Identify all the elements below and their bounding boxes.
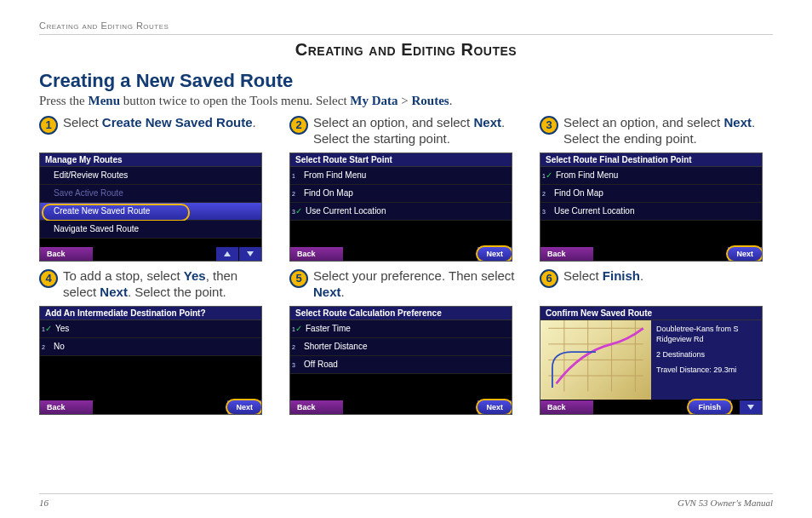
back-button[interactable]: Back — [40, 400, 93, 414]
next-button[interactable]: Next — [477, 247, 512, 261]
step-badge-4: 4 — [39, 269, 58, 288]
menu-item[interactable]: 2Shorter Distance — [290, 338, 512, 356]
screen4-title: Add An Intermediate Destination Point? — [40, 307, 261, 320]
menu-item[interactable]: Navigate Saved Route — [40, 221, 261, 239]
screen6-title: Confirm New Saved Route — [540, 307, 762, 320]
step-badge-6: 6 — [540, 269, 558, 288]
screenshot-6: Confirm New Saved Route Doubletree-Kans … — [540, 306, 763, 415]
menu-item[interactable]: Edit/Review Routes — [40, 167, 261, 185]
menu-item[interactable]: 1✓From Find Menu — [540, 167, 762, 185]
step-badge-5: 5 — [289, 269, 308, 288]
step-6-text: 6 Select Finish. — [540, 268, 773, 302]
finish-button[interactable]: Finish — [689, 400, 732, 414]
screen3-title: Select Route Final Destination Point — [540, 153, 762, 167]
step-5-text: 5 Select your preference. Then select Ne… — [289, 268, 523, 302]
next-button[interactable]: Next — [227, 400, 261, 414]
next-button[interactable]: Next — [728, 247, 762, 261]
screenshot-1: Manage My Routes Edit/Review Routes Save… — [39, 153, 262, 262]
back-button[interactable]: Back — [540, 247, 593, 261]
check-icon: ✓ — [295, 324, 302, 333]
step-4-text: 4 To add a stop, select Yes, then select… — [39, 268, 272, 302]
menu-item[interactable]: 2Find On Map — [540, 185, 762, 203]
menu-item[interactable]: 3Off Road — [290, 356, 512, 374]
page-number: 16 — [39, 498, 49, 508]
arrow-down-button[interactable] — [739, 400, 762, 414]
back-button[interactable]: Back — [290, 400, 343, 414]
menu-item[interactable]: 1✓Yes — [40, 320, 261, 338]
menu-item[interactable]: Create New Saved Route — [40, 203, 261, 221]
screenshot-2: Select Route Start Point 1From Find Menu… — [289, 153, 512, 262]
menu-item[interactable]: 1From Find Menu — [290, 167, 512, 185]
screen5-title: Select Route Calculation Preference — [290, 307, 512, 320]
screen2-title: Select Route Start Point — [290, 153, 512, 167]
menu-item: Save Active Route — [40, 185, 261, 203]
check-icon: ✓ — [295, 206, 302, 216]
back-button[interactable]: Back — [40, 247, 93, 261]
intro-text: Press the Menu button twice to open the … — [39, 94, 773, 108]
check-icon: ✓ — [546, 170, 552, 180]
menu-item[interactable]: 1✓Faster Time — [290, 320, 512, 338]
arrow-down-button[interactable] — [238, 247, 261, 261]
manual-name: GVN 53 Owner's Manual — [678, 498, 773, 508]
page-title: Creating and Editing Routes — [39, 40, 773, 60]
back-button[interactable]: Back — [290, 247, 343, 261]
check-icon: ✓ — [45, 324, 52, 333]
menu-item[interactable]: 3Use Current Location — [540, 203, 762, 221]
step-3-text: 3 Select an option, and select Next. Sel… — [540, 115, 773, 149]
arrow-up-button[interactable] — [215, 247, 238, 261]
step-badge-1: 1 — [39, 116, 58, 135]
section-title: Creating a New Saved Route — [39, 70, 773, 92]
step-badge-3: 3 — [540, 116, 558, 135]
screenshot-5: Select Route Calculation Preference 1✓Fa… — [289, 306, 512, 415]
screenshot-3: Select Route Final Destination Point 1✓F… — [540, 153, 763, 262]
breadcrumb-header: Creating and Editing Routes — [39, 20, 773, 35]
back-button[interactable]: Back — [540, 400, 593, 414]
route-info: Doubletree-Kans from S Ridgeview Rd 2 De… — [651, 320, 762, 400]
screen1-title: Manage My Routes — [40, 153, 261, 167]
step-1-text: 1 Select Create New Saved Route. — [39, 115, 272, 149]
screenshot-4: Add An Intermediate Destination Point? 1… — [39, 306, 262, 415]
menu-item[interactable]: 2Find On Map — [290, 185, 512, 203]
step-2-text: 2 Select an option, and select Next. Sel… — [289, 115, 523, 149]
step-badge-2: 2 — [289, 116, 308, 135]
map-preview — [540, 320, 651, 400]
menu-item[interactable]: 3✓Use Current Location — [290, 203, 512, 221]
next-button[interactable]: Next — [477, 400, 512, 414]
menu-item[interactable]: 2No — [40, 338, 261, 356]
